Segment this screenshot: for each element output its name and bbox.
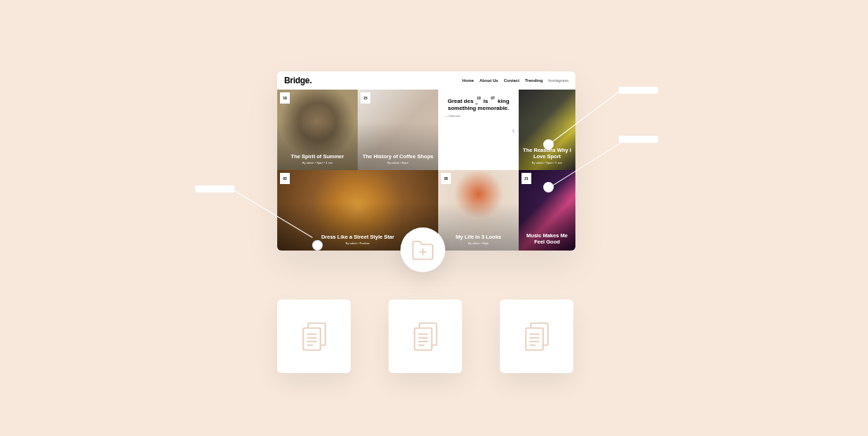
svg-rect-3 [303, 328, 321, 350]
date-badge: 07 [488, 92, 498, 104]
post-meta: By admin • Sport • 4 min [302, 161, 332, 164]
post-title: The Spirit of Summer [291, 153, 344, 160]
svg-rect-9 [414, 328, 432, 350]
site-logo[interactable]: Bridge. [284, 76, 312, 85]
quote-tile[interactable]: 10 07 Great design is making something m… [438, 90, 519, 170]
post-title: The History of Coffee Shops [363, 153, 433, 160]
preview-header: Bridge. Home About Us Contact Trending I… [277, 71, 575, 90]
post-meta: By admin • Sport • 5 min [532, 161, 562, 164]
post-tile[interactable]: 19 The Spirit of Summer By admin • Sport… [277, 90, 358, 170]
post-tile[interactable]: 15 The History of Coffee Shops By admin … [358, 90, 438, 170]
demo-preview-card: Bridge. Home About Us Contact Trending I… [277, 71, 575, 251]
date-badge: 21 [522, 173, 531, 184]
feature-cards [277, 300, 573, 373]
post-title: Music Makes Me Feel Good [522, 232, 573, 245]
folder-plus-icon [411, 239, 435, 260]
date-badge: 10 [474, 92, 484, 104]
nav-item-contact[interactable]: Contact [504, 78, 519, 83]
post-meta: By admin • Sport [388, 161, 409, 164]
preview-nav: Home About Us Contact Trending Instagram [462, 78, 568, 83]
hotspot-dot[interactable] [312, 240, 323, 251]
chevron-left-icon[interactable]: ‹ [512, 126, 514, 134]
post-meta: By admin • Fashion [346, 241, 370, 245]
date-badge: 15 [360, 92, 370, 104]
add-demo-button[interactable] [400, 227, 445, 272]
post-meta: By admin • Style [468, 241, 489, 245]
quote-author: — Unknown [445, 114, 461, 118]
feature-card[interactable] [388, 300, 462, 373]
nav-item-instagram[interactable]: Instagram [548, 78, 568, 83]
callout-label [619, 87, 658, 94]
nav-item-trending[interactable]: Trending [525, 78, 542, 83]
post-tile[interactable]: 28 My Life in 3 Looks By admin • Style [438, 170, 519, 251]
date-badge: 19 [280, 92, 290, 104]
date-badge: 02 [280, 173, 290, 184]
callout-label [619, 136, 658, 143]
post-title: My Life in 3 Looks [456, 234, 501, 240]
hotspot-dot[interactable] [543, 182, 554, 192]
nav-item-about[interactable]: About Us [479, 78, 498, 83]
post-grid: 19 The Spirit of Summer By admin • Sport… [277, 90, 575, 251]
nav-item-home[interactable]: Home [462, 78, 474, 83]
feature-card[interactable] [500, 300, 573, 373]
callout-label [195, 185, 234, 192]
feature-card[interactable] [277, 300, 351, 373]
post-title: Dress Like a Street Style Star [321, 234, 394, 240]
documents-icon [522, 321, 552, 353]
date-badge: 28 [441, 173, 451, 184]
documents-icon [411, 321, 440, 353]
hotspot-dot[interactable] [543, 139, 554, 150]
svg-rect-15 [526, 328, 543, 350]
documents-icon [300, 321, 329, 353]
